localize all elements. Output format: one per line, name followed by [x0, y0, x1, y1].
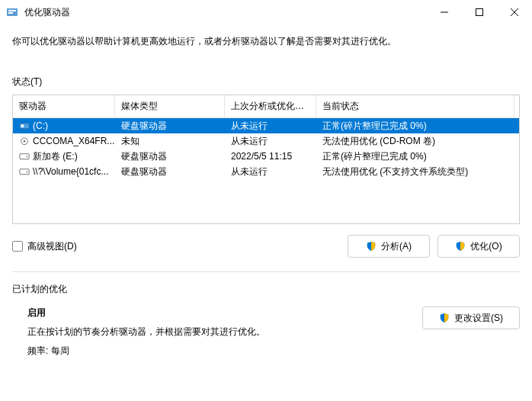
optimize-button[interactable]: 优化(O) — [437, 235, 520, 258]
cell-last: 2022/5/5 11:15 — [225, 149, 316, 163]
cell-last: 从未运行 — [225, 133, 316, 149]
col-last[interactable]: 上次分析或优化的... — [225, 95, 316, 117]
svg-rect-8 — [21, 124, 24, 127]
cell-state: 正常(碎片整理已完成 0%) — [316, 149, 514, 165]
window-controls — [427, 0, 532, 24]
cell-media: 未知 — [115, 133, 225, 149]
app-icon — [6, 6, 18, 18]
window-title: 优化驱动器 — [24, 6, 427, 19]
checkbox-icon — [12, 241, 23, 252]
svg-rect-1 — [8, 10, 16, 11]
change-settings-button[interactable]: 更改设置(S) — [422, 306, 520, 329]
drive-icon — [19, 152, 30, 161]
shield-icon — [455, 241, 466, 252]
maximize-button[interactable] — [462, 0, 497, 24]
cell-media: 硬盘驱动器 — [115, 149, 225, 165]
svg-point-14 — [27, 171, 28, 172]
table-row[interactable]: 新加卷 (E:)硬盘驱动器2022/5/5 11:15正常(碎片整理已完成 0%… — [13, 149, 519, 164]
scheduled-on-label: 启用 — [27, 306, 422, 319]
table-row[interactable]: CCCOMA_X64FR...未知从未运行无法使用优化 (CD-ROM 卷) — [13, 133, 519, 149]
cell-state: 正常(碎片整理已完成 0%) — [316, 118, 514, 134]
cell-last: 从未运行 — [225, 164, 316, 180]
analyze-button[interactable]: 分析(A) — [348, 235, 430, 258]
table-row[interactable]: (C:)硬盘驱动器从未运行正常(碎片整理已完成 0%) — [13, 118, 519, 133]
cell-drive: (C:) — [13, 119, 115, 133]
cell-state: 无法使用优化 (不支持文件系统类型) — [316, 164, 514, 180]
svg-rect-2 — [8, 12, 13, 14]
drive-list[interactable]: 驱动器 媒体类型 上次分析或优化的... 当前状态 (C:)硬盘驱动器从未运行正… — [12, 95, 520, 224]
scheduled-freq: 频率: 每周 — [27, 345, 422, 358]
change-settings-label: 更改设置(S) — [454, 312, 503, 325]
col-media[interactable]: 媒体类型 — [115, 95, 225, 117]
col-drive[interactable]: 驱动器 — [13, 95, 115, 117]
cell-drive: CCCOMA_X64FR... — [13, 134, 115, 148]
drive-icon — [19, 167, 30, 176]
advanced-view-checkbox[interactable]: 高级视图(D) — [12, 240, 348, 253]
drive-icon — [19, 121, 30, 130]
svg-point-10 — [24, 140, 26, 142]
close-button[interactable] — [497, 0, 532, 24]
scheduled-desc: 正在按计划的节奏分析驱动器，并根据需要对其进行优化。 — [27, 326, 422, 338]
col-state[interactable]: 当前状态 — [316, 95, 514, 117]
table-row[interactable]: \\?\Volume{01cfc...硬盘驱动器从未运行无法使用优化 (不支持文… — [13, 164, 519, 179]
cell-state: 无法使用优化 (CD-ROM 卷) — [316, 133, 514, 149]
svg-rect-4 — [476, 9, 483, 16]
list-header: 驱动器 媒体类型 上次分析或优化的... 当前状态 — [13, 95, 519, 118]
cell-drive: \\?\Volume{01cfc... — [13, 165, 115, 178]
advanced-view-label: 高级视图(D) — [27, 240, 77, 253]
divider — [12, 271, 520, 272]
drive-icon — [19, 136, 30, 146]
description-text: 你可以优化驱动器以帮助计算机更高效地运行，或者分析驱动器以了解是否需要对其进行优… — [12, 35, 520, 48]
cell-drive: 新加卷 (E:) — [13, 149, 115, 165]
svg-point-12 — [27, 156, 28, 157]
scheduled-section-title: 已计划的优化 — [12, 283, 520, 296]
analyze-label: 分析(A) — [381, 240, 412, 253]
minimize-button[interactable] — [427, 0, 462, 24]
cell-last: 从未运行 — [225, 118, 316, 134]
status-label: 状态(T) — [12, 75, 520, 88]
shield-icon — [439, 313, 450, 323]
shield-icon — [366, 241, 377, 252]
cell-media: 硬盘驱动器 — [115, 164, 225, 180]
optimize-label: 优化(O) — [470, 240, 502, 253]
cell-media: 硬盘驱动器 — [115, 118, 225, 134]
title-bar: 优化驱动器 — [0, 0, 532, 24]
